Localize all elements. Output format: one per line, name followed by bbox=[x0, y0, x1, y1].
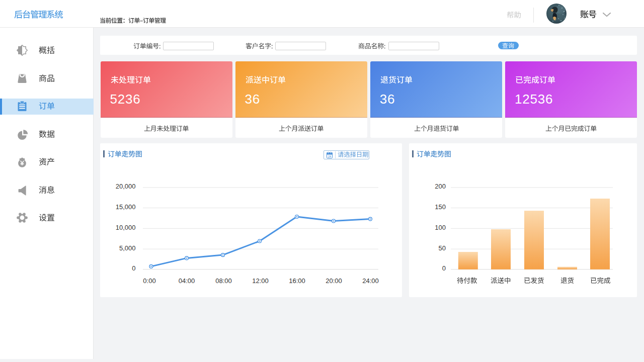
svg-text:24:00: 24:00 bbox=[362, 277, 379, 285]
svg-text:10,000: 10,000 bbox=[116, 224, 136, 231]
svg-text:04:00: 04:00 bbox=[179, 277, 195, 285]
svg-text:20,000: 20,000 bbox=[116, 183, 136, 190]
svg-text:150: 150 bbox=[435, 203, 446, 211]
svg-text:16:00: 16:00 bbox=[289, 277, 305, 285]
svg-text:0: 0 bbox=[442, 264, 446, 272]
svg-text:08:00: 08:00 bbox=[215, 277, 232, 285]
svg-text:0: 0 bbox=[132, 264, 135, 272]
svg-text:0:00: 0:00 bbox=[143, 277, 155, 285]
svg-text:15,000: 15,000 bbox=[116, 203, 136, 211]
svg-text:200: 200 bbox=[435, 183, 446, 190]
svg-text:20:00: 20:00 bbox=[326, 277, 342, 285]
svg-text:12:00: 12:00 bbox=[252, 277, 269, 285]
svg-text:100: 100 bbox=[435, 224, 446, 231]
svg-text:50: 50 bbox=[439, 244, 446, 252]
svg-text:5,000: 5,000 bbox=[119, 244, 136, 252]
